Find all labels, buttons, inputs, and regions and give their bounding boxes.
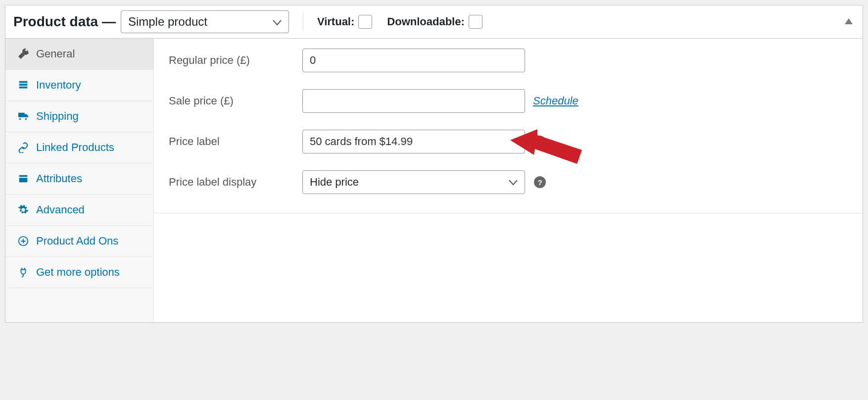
chevron-down-icon [509, 176, 518, 189]
sidebar-item-label: Shipping [36, 110, 79, 123]
sidebar-item-label: General [36, 48, 75, 60]
sidebar: General Inventory Shipping Linked Produc… [5, 39, 154, 322]
sidebar-item-product-add-ons[interactable]: Product Add Ons [5, 226, 153, 257]
sale-price-row: Sale price (£) Schedule [169, 89, 848, 113]
header-divider [303, 12, 303, 31]
virtual-group: Virtual: [317, 15, 372, 29]
sale-price-input[interactable] [302, 89, 525, 113]
collapse-toggle[interactable] [845, 17, 853, 26]
panel-body: General Inventory Shipping Linked Produc… [5, 39, 863, 322]
list-icon [17, 173, 29, 185]
panel-header: Product data — Simple product Virtual: D… [5, 5, 863, 39]
help-icon[interactable]: ? [534, 176, 546, 188]
product-type-select[interactable]: Simple product [121, 10, 289, 33]
virtual-label: Virtual: [317, 15, 354, 28]
sale-price-label: Sale price (£) [169, 95, 302, 107]
downloadable-group: Downloadable: [387, 15, 482, 29]
virtual-checkbox[interactable] [358, 15, 372, 29]
sidebar-item-label: Product Add Ons [36, 235, 118, 248]
regular-price-label: Regular price (£) [169, 54, 302, 67]
sidebar-item-get-more-options[interactable]: Get more options [5, 257, 153, 288]
downloadable-checkbox[interactable] [469, 15, 482, 29]
price-label-display-label: Price label display [169, 176, 302, 189]
product-type-value: Simple product [128, 15, 207, 28]
price-label-input[interactable] [302, 130, 525, 153]
sidebar-item-label: Attributes [36, 172, 82, 185]
sidebar-item-general[interactable]: General [5, 39, 153, 70]
sidebar-item-shipping[interactable]: Shipping [5, 101, 153, 132]
plus-circle-icon [17, 235, 29, 247]
sidebar-item-label: Advanced [36, 203, 85, 216]
product-data-panel: Product data — Simple product Virtual: D… [5, 5, 863, 323]
downloadable-label: Downloadable: [387, 15, 464, 28]
content-area: Regular price (£) Sale price (£) Schedul… [154, 39, 863, 213]
regular-price-row: Regular price (£) [169, 49, 848, 72]
gear-icon [17, 204, 29, 216]
regular-price-input[interactable] [302, 49, 525, 72]
sidebar-item-label: Inventory [36, 79, 81, 92]
schedule-link[interactable]: Schedule [533, 95, 579, 107]
price-label-row: Price label ? [169, 130, 848, 153]
link-icon [17, 142, 29, 153]
truck-icon [17, 110, 29, 122]
inventory-icon [17, 79, 29, 91]
sidebar-item-attributes[interactable]: Attributes [5, 163, 153, 195]
sidebar-item-advanced[interactable]: Advanced [5, 195, 153, 226]
help-icon[interactable]: ? [534, 136, 546, 148]
panel-title: Product data — [13, 14, 116, 30]
sidebar-item-linked-products[interactable]: Linked Products [5, 132, 153, 163]
plug-icon [17, 266, 29, 278]
wrench-icon [17, 48, 29, 60]
price-label-display-select[interactable]: Hide price [302, 170, 525, 194]
sidebar-item-label: Linked Products [36, 141, 114, 154]
content-bottom-spacer [154, 213, 863, 322]
price-label-display-value: Hide price [310, 176, 359, 188]
sidebar-item-label: Get more options [36, 266, 120, 279]
price-label-label: Price label [169, 135, 302, 148]
price-label-display-row: Price label display Hide price ? [169, 170, 848, 194]
sidebar-item-inventory[interactable]: Inventory [5, 70, 153, 101]
chevron-down-icon [273, 15, 282, 29]
